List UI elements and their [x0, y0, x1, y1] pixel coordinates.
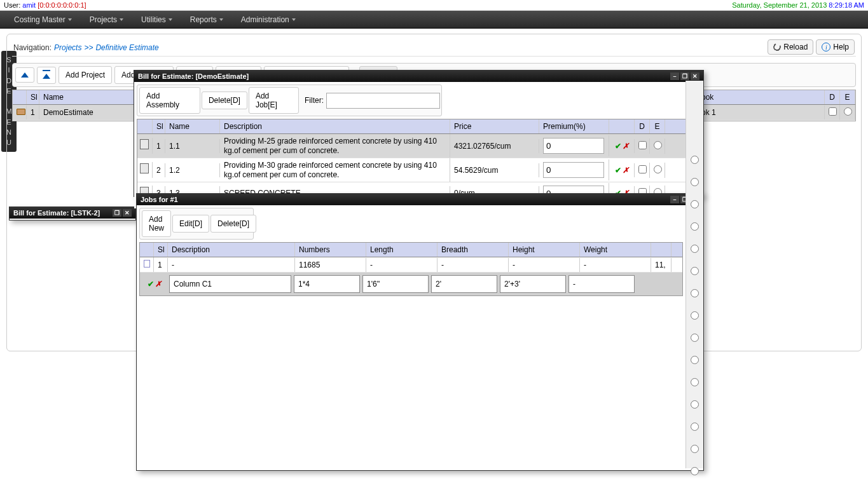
user-name: amit	[22, 1, 36, 9]
restore-icon[interactable]: ❐	[113, 209, 121, 217]
row-edit-radio[interactable]	[844, 107, 852, 116]
row-delete-checkbox[interactable]	[829, 107, 837, 116]
premium-input[interactable]	[543, 162, 604, 178]
col-sl: Sl	[27, 90, 39, 104]
dialog-title: Jobs for #1	[141, 196, 178, 203]
minimize-icon[interactable]: –	[670, 72, 679, 80]
filter-label: Filter:	[305, 96, 324, 105]
copy-icon	[141, 140, 149, 149]
menu-administration[interactable]: Administration	[232, 11, 305, 28]
x-icon[interactable]: ✗	[623, 142, 629, 151]
user-label: User:	[4, 1, 20, 9]
premium-input[interactable]	[543, 138, 604, 154]
page-icon	[144, 260, 150, 268]
minimize-icon[interactable]: –	[670, 196, 679, 203]
row-radio[interactable]	[691, 222, 699, 231]
reload-icon	[773, 42, 782, 51]
edit-button[interactable]: Edit[D]	[172, 215, 209, 233]
weight-input[interactable]	[568, 275, 635, 293]
close-icon[interactable]: ✕	[691, 72, 699, 80]
add-job-button[interactable]: Add Job[E]	[249, 87, 299, 114]
col-e: E	[840, 90, 855, 104]
top-button[interactable]	[37, 67, 56, 84]
x-icon[interactable]: ✗	[623, 166, 629, 175]
row-radio[interactable]	[691, 311, 699, 320]
breadth-input[interactable]	[431, 275, 497, 293]
up-button[interactable]	[15, 67, 34, 83]
col-d: D	[825, 90, 840, 104]
row-radio[interactable]	[691, 245, 699, 253]
breadcrumb-sep: >>	[84, 43, 93, 52]
row-radio[interactable]	[691, 356, 699, 364]
row-radio[interactable]	[691, 400, 699, 409]
check-icon[interactable]: ✔	[148, 280, 154, 288]
row-e-radio[interactable]	[654, 165, 662, 173]
dialog-bill: Bill for Estimate: [DemoEstimate] – ❐ ✕ …	[134, 70, 704, 197]
menu-costing-master[interactable]: Costing Master	[5, 11, 81, 28]
description-input[interactable]	[169, 275, 291, 293]
breadcrumb-definitive-estimate[interactable]: Definitive Estimate	[95, 43, 158, 52]
row-radio[interactable]	[691, 267, 699, 275]
arrow-up-icon	[21, 72, 29, 78]
row-radio[interactable]	[691, 334, 699, 342]
row-d-checkbox[interactable]	[638, 141, 647, 149]
chevron-down-icon	[219, 18, 223, 21]
arrow-top-icon	[43, 70, 50, 81]
x-icon[interactable]: ✗	[155, 280, 162, 288]
menubar: Costing Master Projects Utilities Report…	[0, 11, 868, 29]
dialog-title: Bill for Estimate: [LSTK-2]	[13, 209, 100, 217]
help-icon: i	[822, 43, 830, 51]
menu-utilities[interactable]: Utilities	[132, 11, 181, 28]
check-icon[interactable]: ✔	[615, 142, 621, 151]
row-radio[interactable]	[691, 445, 699, 453]
restore-icon[interactable]: ❐	[680, 72, 689, 80]
folder-icon	[17, 109, 25, 115]
length-input[interactable]	[362, 275, 429, 293]
height-input[interactable]	[500, 275, 566, 293]
dialog-lstk[interactable]: Bill for Estimate: [LSTK-2] ❐ ✕	[9, 207, 136, 220]
menu-projects[interactable]: Projects	[81, 11, 132, 28]
row-radio[interactable]	[691, 378, 699, 386]
row-radio[interactable]	[691, 467, 699, 475]
breadcrumb: Navigation: Projects >> Definitive Estim…	[12, 39, 856, 57]
breadcrumb-label: Navigation:	[13, 43, 52, 52]
dialog-jobs: Jobs for #1 – ❐ ✕ Add New Edit[D] Delete…	[136, 193, 704, 471]
row-radio[interactable]	[691, 423, 699, 431]
numbers-input[interactable]	[294, 275, 360, 293]
table-row[interactable]: 1 - 11685 - - - - 11,	[140, 257, 682, 273]
dialog-title: Bill for Estimate: [DemoEstimate]	[138, 72, 249, 80]
row-radio[interactable]	[691, 200, 699, 208]
chevron-down-icon	[120, 18, 123, 21]
copy-icon	[141, 165, 149, 173]
add-new-button[interactable]: Add New	[142, 210, 171, 237]
row-radio[interactable]	[691, 289, 699, 297]
row-radio[interactable]	[691, 178, 699, 186]
edit-row: ✔✗	[140, 273, 682, 295]
current-date: Saturday, September 21, 2013	[732, 1, 827, 9]
col-book: ook	[698, 90, 825, 104]
delete-button[interactable]: Delete[D]	[202, 92, 247, 109]
close-icon[interactable]: ✕	[123, 209, 132, 217]
help-button[interactable]: iHelp	[816, 39, 855, 55]
check-icon[interactable]: ✔	[615, 166, 621, 175]
table-row[interactable]: 1 1.1 Providing M-25 grade reinforced ce…	[137, 134, 700, 158]
reload-button[interactable]: Reload	[768, 39, 813, 55]
menu-reports[interactable]: Reports	[181, 11, 232, 28]
add-assembly-button[interactable]: Add Assembly	[139, 87, 200, 114]
breadcrumb-projects[interactable]: Projects	[54, 43, 81, 52]
row-e-radio[interactable]	[654, 141, 662, 149]
chevron-down-icon	[68, 18, 72, 21]
table-row[interactable]: 2 1.2 Providing M-30 grade reinforced ce…	[137, 158, 700, 182]
row-radio[interactable]	[691, 156, 699, 164]
current-time: 8:29:18 AM	[829, 1, 864, 9]
user-ip: [0:0:0:0:0:0:0:1]	[38, 1, 86, 9]
add-project-button[interactable]: Add Project	[59, 66, 112, 84]
row-d-checkbox[interactable]	[638, 165, 647, 173]
chevron-down-icon	[169, 18, 172, 21]
top-bar: User: amit [0:0:0:0:0:0:0:1] Saturday, S…	[0, 0, 868, 11]
chevron-down-icon	[292, 18, 296, 21]
radio-column	[685, 81, 703, 468]
filter-input[interactable]	[326, 93, 440, 109]
delete-button[interactable]: Delete[D]	[210, 215, 256, 233]
